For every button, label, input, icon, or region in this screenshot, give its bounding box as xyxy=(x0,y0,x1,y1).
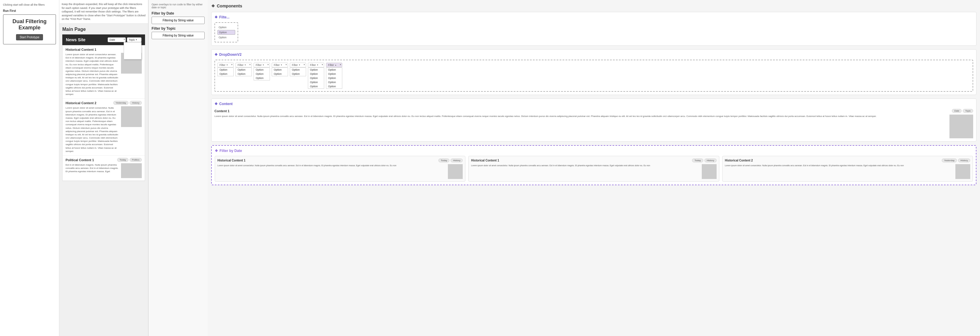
filter-3-menu: Option Option Option xyxy=(254,67,270,80)
filter-date-cards-row: Historical Content 1 Today History Lorem… xyxy=(215,156,973,182)
content-comp-title: Content 1 xyxy=(215,109,229,113)
filter-select-1[interactable]: Filter ▾ xyxy=(217,63,234,67)
filte-component-section: ❖ Filte... Option Option Option xyxy=(211,12,977,46)
content-item-text: Lorem ipsum dolor sit amet consectetur a… xyxy=(65,53,119,96)
dropdown-v2-row: Filter ▾ Option Option Filter ▾ Option O… xyxy=(215,60,973,92)
news-site-container: News Site Date Today Yesterday All Dates xyxy=(62,34,145,181)
list-item[interactable]: Option xyxy=(272,68,288,72)
list-item[interactable]: Option xyxy=(236,68,251,72)
topic-filter-btn[interactable]: Topic ▾ xyxy=(127,37,142,42)
tag-today: Today xyxy=(117,158,128,162)
content-item-image xyxy=(121,106,142,127)
list-item[interactable]: Option xyxy=(308,68,324,72)
diamond-icon-dropdown: ❖ xyxy=(215,53,218,57)
filter-date-card-3-tags: Yesterday History xyxy=(942,159,970,162)
list-item[interactable]: Option xyxy=(308,76,324,80)
filter-dropdown-6: Filter ▾ Option Option Option Option Opt… xyxy=(308,63,324,89)
filte-option[interactable]: Option xyxy=(217,25,235,29)
list-item[interactable]: Option xyxy=(326,72,342,76)
content-item-title: Political Content 1 xyxy=(65,158,94,162)
filter-dropdown-1: Filter ▾ Option Option xyxy=(217,63,234,89)
filter-select-5[interactable]: Filter ▾ xyxy=(290,63,306,67)
filter-date-card-2-title: Historical Content 1 xyxy=(471,159,499,162)
filter-date-card-2-body: Lorem ipsum dolor sit amet consectetur. … xyxy=(471,164,716,179)
filter-select-6[interactable]: Filter ▾ xyxy=(308,63,324,67)
topic-option-politics[interactable]: Politics xyxy=(124,46,141,51)
content-comp-item: Lorem ipsum dolor sit amet consectetur. … xyxy=(215,115,973,138)
table-row: Historical Content 2 Yesterday History L… xyxy=(63,99,145,156)
filter-select-2[interactable]: Filter ▾ xyxy=(235,63,252,67)
filter-date-card-1-header: Historical Content 1 Today History xyxy=(217,159,463,162)
content-item-title: Historical Content 2 xyxy=(65,101,96,105)
filter-1-menu: Option Option xyxy=(217,67,234,76)
components-title: Components xyxy=(217,3,242,8)
content-comp-header: Content 1 Date Topic xyxy=(215,109,973,113)
tag-politics: Politics xyxy=(130,158,142,162)
filter-7-menu: Option Option Option Option Option xyxy=(326,67,342,89)
tag-date: Date xyxy=(952,109,962,113)
list-item[interactable]: Option xyxy=(290,72,306,76)
filter-by-topic-button[interactable]: Filtering by String value xyxy=(151,32,205,39)
tag-today: Today xyxy=(692,159,703,162)
list-item[interactable]: Option xyxy=(218,68,234,72)
content-tags: Today Politics xyxy=(117,158,142,162)
filter-date-card-2-header: Historical Content 1 Today History xyxy=(471,159,716,162)
filter-date-card-1-text: Lorem ipsum dolor sit amet consectetur. … xyxy=(217,164,446,179)
content-item-header: Political Content 1 Today Politics xyxy=(65,158,142,162)
topic-option-history[interactable]: History xyxy=(124,43,141,46)
filter-by-date-button[interactable]: Filtering by String value xyxy=(151,17,205,24)
filter-select-3[interactable]: Filter ▾ xyxy=(254,63,270,67)
tag-history: History xyxy=(958,159,970,162)
content-component-section: ❖ Content Content 1 Date Topic Lorem ips… xyxy=(211,99,977,142)
topic-option-sports[interactable]: Sports xyxy=(124,51,141,55)
main-page-section: Main Page News Site Date Today Yesterday… xyxy=(59,24,148,184)
content-section-title: ❖ Content xyxy=(215,102,973,106)
filter-date-card-1-image xyxy=(448,164,463,179)
filte-option-selected[interactable]: Option xyxy=(217,30,235,35)
list-item[interactable]: Option xyxy=(254,76,270,80)
diamond-icon: ❖ xyxy=(211,3,215,8)
filter-by-date-component-title: ❖ Filter by Date xyxy=(215,149,973,153)
list-item[interactable]: Option xyxy=(326,76,342,80)
list-item[interactable]: Option xyxy=(254,68,270,72)
left-hint-text: Clicking start will close all the filter… xyxy=(3,3,56,7)
list-item[interactable]: Option xyxy=(326,84,342,88)
list-item[interactable]: Option xyxy=(218,72,234,76)
filter-date-card-3-image xyxy=(955,164,970,179)
filte-options: Option Option Option xyxy=(217,25,235,40)
topic-filter-wrapper[interactable]: Topic ▾ History Politics Sports All Topi… xyxy=(127,37,142,42)
topic-dropdown-menu: History Politics Sports All Topics xyxy=(124,42,142,59)
filter-select-4[interactable]: Filter ▾ xyxy=(272,63,288,67)
list-item[interactable]: Option xyxy=(272,72,288,76)
content-comp-image xyxy=(950,115,973,138)
filter-date-card-3-body: Lorem ipsum dolor sit amet consectetur. … xyxy=(725,164,970,179)
filter-date-card-2-image xyxy=(702,164,717,179)
list-item[interactable]: Option xyxy=(308,84,324,88)
start-prototype-button[interactable]: Start Prototype xyxy=(16,34,43,40)
list-item[interactable]: Option xyxy=(290,68,306,72)
topic-option-all-topics[interactable]: All Topics xyxy=(124,55,141,59)
list-item[interactable]: Option xyxy=(236,72,251,76)
list-item[interactable]: Option xyxy=(308,80,324,84)
filter-by-topic-title: Filter by Topic xyxy=(151,26,205,30)
filter-2-menu: Option Option xyxy=(235,67,252,76)
list-item[interactable]: Option xyxy=(254,72,270,76)
filte-option[interactable]: Option xyxy=(217,35,235,40)
list-item[interactable]: Option xyxy=(308,72,324,76)
news-site-header: News Site Date Today Yesterday All Dates xyxy=(62,34,145,45)
main-page-title: Main Page xyxy=(62,27,145,32)
date-filter-select[interactable]: Date Today Yesterday All Dates xyxy=(108,37,126,42)
date-filter-wrapper[interactable]: Date Today Yesterday All Dates xyxy=(108,37,126,42)
news-site-title: News Site xyxy=(66,37,86,42)
filter-select-7[interactable]: Filter ▴ xyxy=(326,63,342,67)
news-site-filters: Date Today Yesterday All Dates Topic ▾ xyxy=(108,37,142,42)
dropdown-v2-title: ❖ DropDownV2 xyxy=(215,53,973,57)
filter-date-card-3-header: Historical Content 2 Yesterday History xyxy=(725,159,970,162)
filter-date-card-1-title: Historical Content 1 xyxy=(217,159,245,162)
components-header: ❖ Components xyxy=(211,3,977,8)
list-item[interactable]: Option xyxy=(326,68,342,72)
list-item[interactable]: Option xyxy=(326,80,342,84)
middle-hint: Keep the dropdown expanded, this will ke… xyxy=(59,0,148,24)
content-item-title: Historical Content 1 xyxy=(65,48,96,51)
tag-history: History xyxy=(130,101,142,105)
